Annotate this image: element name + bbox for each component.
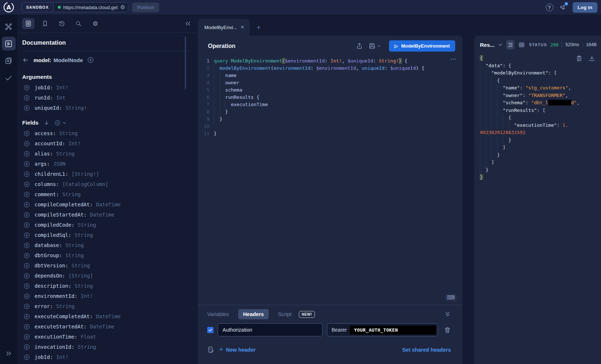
argument-row[interactable]: uniqueId String! — [22, 103, 191, 113]
add-field-icon[interactable] — [24, 85, 30, 91]
add-field-icon[interactable] — [24, 222, 30, 228]
code-line[interactable]: 4 owner — [198, 79, 462, 86]
header-value-field[interactable]: Bearer YOUR_AUTH_TOKEN — [327, 323, 438, 336]
add-field-icon[interactable] — [24, 273, 30, 279]
download-response-icon[interactable] — [589, 55, 595, 62]
argument-row[interactable]: runId Int — [22, 93, 191, 103]
table-view-button[interactable] — [518, 40, 526, 49]
field-row[interactable]: compileCompletedAt DateTime — [22, 199, 191, 210]
field-row[interactable]: dbtVersion String — [22, 260, 191, 271]
bottom-tab[interactable]: Script — [278, 309, 292, 319]
code-line[interactable]: 11 } — [198, 130, 462, 137]
rail-item-schema[interactable] — [2, 20, 16, 33]
endpoint-settings-icon[interactable]: ⚙ — [120, 4, 125, 11]
field-row[interactable]: comment String — [22, 189, 191, 199]
rail-item-explorer[interactable] — [2, 37, 16, 50]
help-icon[interactable]: ? — [546, 4, 553, 11]
field-row[interactable]: environmentId Int! — [22, 291, 191, 301]
sort-icon[interactable] — [44, 120, 49, 126]
add-field-icon[interactable] — [24, 105, 30, 111]
environment-edit-icon[interactable] — [207, 346, 214, 353]
collapse-docs-button[interactable] — [185, 20, 191, 27]
add-field-icon[interactable] — [24, 293, 30, 299]
copy-response-icon[interactable] — [576, 55, 582, 62]
field-row[interactable]: dbtGroup String — [22, 250, 191, 260]
add-field-icon[interactable] — [24, 354, 30, 360]
argument-row[interactable]: jobId Int! — [22, 82, 191, 93]
header-name-input[interactable] — [218, 323, 322, 336]
add-field-icon[interactable] — [24, 191, 30, 198]
field-row[interactable]: invocationId String — [22, 342, 191, 352]
add-field-icon[interactable] — [24, 95, 30, 101]
field-row[interactable]: dependsOn [String] — [22, 271, 191, 281]
field-row[interactable]: alias String — [22, 149, 191, 159]
login-button[interactable]: Log in — [573, 2, 598, 13]
rail-expand-button[interactable] — [2, 347, 16, 360]
tab-bookmarks[interactable] — [39, 18, 51, 29]
field-row[interactable]: args JSON — [22, 159, 191, 169]
save-button[interactable] — [369, 43, 381, 49]
field-row[interactable]: childrenL1 [String!] — [22, 169, 191, 179]
add-field-icon[interactable] — [24, 303, 30, 310]
code-line[interactable]: 3 name — [198, 72, 462, 79]
field-row[interactable]: executeCompletedAt DateTime — [22, 311, 191, 321]
rail-item-collections[interactable] — [2, 54, 16, 68]
field-row[interactable]: database String — [22, 240, 191, 250]
add-field-icon[interactable] — [24, 202, 30, 208]
add-field-icon[interactable] — [24, 130, 30, 137]
add-field-icon[interactable] — [24, 344, 30, 350]
back-icon[interactable] — [22, 57, 29, 64]
code-line[interactable]: 1 query ModelByEnvironment($environmentI… — [198, 57, 462, 65]
share-icon[interactable] — [356, 43, 363, 49]
new-header-button[interactable]: + New header — [219, 346, 256, 353]
code-line[interactable]: 5 schema — [198, 86, 462, 94]
delete-header-icon[interactable] — [444, 327, 451, 333]
code-line[interactable]: 6 runResults { — [198, 94, 462, 101]
code-line[interactable]: 7 executionTime — [198, 101, 462, 108]
keyboard-shortcuts-icon[interactable]: ⌨ — [445, 294, 457, 301]
tab-documentation[interactable] — [22, 18, 35, 29]
code-line[interactable]: 2 modelByEnvironment(environmentId: $env… — [198, 65, 462, 72]
formatted-view-button[interactable] — [506, 40, 514, 49]
query-editor[interactable]: 1 query ModelByEnvironment($environmentI… — [198, 55, 462, 305]
add-field-icon[interactable] — [24, 314, 30, 320]
add-field-icon[interactable] — [24, 232, 30, 238]
field-row[interactable]: compiledCode String — [22, 220, 191, 230]
collapse-section-icon[interactable] — [444, 311, 451, 318]
operation-tab[interactable]: ModelByEnvi... × — [198, 19, 250, 36]
response-dropdown-icon[interactable] — [498, 42, 503, 47]
field-row[interactable]: executeStartedAt DateTime — [22, 321, 191, 332]
add-field-icon[interactable] — [24, 324, 30, 330]
docs-scrollbar[interactable] — [185, 36, 186, 89]
add-field-icon[interactable] — [24, 151, 30, 157]
add-field-icon[interactable] — [24, 171, 30, 177]
add-field-icon[interactable] — [24, 212, 30, 218]
code-line[interactable]: 10 — [198, 123, 462, 130]
field-row[interactable]: executionTime Float — [22, 332, 191, 342]
endpoint-url-input[interactable]: https://metadata.cloud.get ⚙ — [53, 3, 128, 12]
code-line[interactable]: 9 } — [198, 116, 462, 123]
add-field-icon[interactable] — [24, 141, 30, 147]
more-options-icon[interactable] — [450, 56, 457, 62]
add-field-icon[interactable] — [24, 161, 30, 167]
add-field-icon[interactable] — [24, 242, 30, 248]
model-type-link[interactable]: ModelNode — [53, 57, 83, 63]
add-field-icon[interactable] — [24, 283, 30, 289]
code-line[interactable]: 8 } — [198, 108, 462, 116]
add-all-fields-icon[interactable] — [55, 120, 67, 126]
tab-history[interactable] — [56, 18, 68, 29]
add-field-icon[interactable] — [24, 181, 30, 187]
bottom-tab[interactable]: Variables — [207, 309, 229, 319]
announcements-icon[interactable] — [559, 4, 567, 11]
header-enabled-checkbox[interactable] — [207, 327, 213, 333]
field-row[interactable]: access String — [22, 128, 191, 138]
add-field-icon[interactable] — [24, 334, 30, 340]
auth-token[interactable]: YOUR_AUTH_TOKEN — [350, 325, 436, 335]
add-field-icon[interactable] — [24, 252, 30, 259]
field-row[interactable]: jobId Int! — [22, 352, 191, 362]
publish-button[interactable]: Publish — [132, 3, 159, 12]
apollo-logo[interactable]: A — [0, 1, 17, 13]
add-to-query-icon[interactable] — [87, 57, 94, 63]
field-row[interactable]: compileStartedAt DateTime — [22, 210, 191, 220]
bottom-tab[interactable]: Headers — [238, 309, 268, 319]
